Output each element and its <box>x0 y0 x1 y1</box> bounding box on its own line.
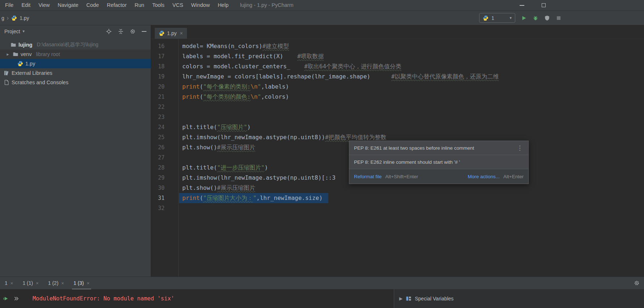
folder-icon <box>10 42 16 48</box>
menu-file[interactable]: File <box>1 0 17 10</box>
settings-gear-icon[interactable] <box>634 280 640 286</box>
code-line-18[interactable]: colors = model.cluster_centers_ #取出64个聚类… <box>179 61 644 72</box>
breadcrumb: g › 1.py <box>0 15 29 21</box>
line-number[interactable]: 31 <box>151 193 178 203</box>
line-number[interactable]: 19 <box>151 72 178 82</box>
code-token: plt.show() <box>182 184 217 191</box>
code-token: " <box>257 93 261 100</box>
breadcrumb-project[interactable]: g <box>1 15 4 21</box>
code-token: plt.imshow(lhr_newImage.astype(np.uint8)… <box>182 174 336 181</box>
close-icon[interactable]: × <box>61 281 64 286</box>
code-token: "压缩图片大小为： <box>203 194 253 201</box>
code-line-19[interactable]: lhr_newImage = colors[labels].reshape(lh… <box>179 72 644 82</box>
run-tab-1(3)[interactable]: 1 (3)× <box>69 277 94 290</box>
code-text: colors = model.cluster_centers_ #取出64个聚类… <box>179 61 401 72</box>
run-tab-1(2)[interactable]: 1 (2)× <box>43 277 69 290</box>
line-number[interactable]: 32 <box>151 203 178 213</box>
menu-edit[interactable]: Edit <box>17 0 34 10</box>
run-with-coverage-button[interactable] <box>544 15 550 21</box>
close-icon[interactable]: × <box>87 281 90 286</box>
project-toolbar <box>106 29 146 34</box>
locate-file-button[interactable] <box>106 29 112 34</box>
line-number[interactable]: 23 <box>151 112 178 122</box>
reformat-file-link[interactable]: Reformat file <box>354 174 382 179</box>
code-line-21[interactable]: print("每个类别的颜色:\n",colors) <box>179 92 644 102</box>
line-number[interactable]: 24 <box>151 122 178 132</box>
project-item-1.py[interactable]: 1.py <box>0 59 151 68</box>
close-icon[interactable]: × <box>36 281 39 286</box>
variables-panel-title[interactable]: Special Variables <box>415 296 453 301</box>
menu-run[interactable]: Run <box>131 0 148 10</box>
code-token: ) <box>265 164 268 171</box>
project-item-venv[interactable]: ▸venvlibrary root <box>0 50 151 59</box>
run-button[interactable] <box>521 15 527 21</box>
kebab-menu-icon[interactable]: ⋮ <box>516 144 524 152</box>
menu-view[interactable]: View <box>34 0 54 10</box>
line-number[interactable]: 16 <box>151 41 178 51</box>
stop-button[interactable] <box>556 15 562 21</box>
line-number[interactable]: 20 <box>151 82 178 92</box>
run-tab-label: 1 <box>5 280 8 286</box>
maximize-button[interactable] <box>542 3 546 7</box>
run-config-select[interactable]: 1 ▾ <box>479 13 515 23</box>
menu-window[interactable]: Window <box>187 0 214 10</box>
menu-vcs[interactable]: VCS <box>169 0 187 10</box>
code-token: labels = model.fit_predict(X) <box>182 53 297 60</box>
code-line-24[interactable]: plt.title("压缩图片") <box>179 122 644 132</box>
code-line-20[interactable]: print("每个像素的类别:\n",labels) <box>179 82 644 92</box>
menu-code[interactable]: Code <box>82 0 103 10</box>
expand-arrow-icon[interactable]: ▶ <box>399 296 402 301</box>
breadcrumb-file[interactable]: 1.py <box>20 15 29 21</box>
collapse-all-button[interactable] <box>118 29 124 34</box>
minimize-button[interactable] <box>520 5 524 6</box>
code-token: " <box>253 194 256 201</box>
main-area: Project ▾ lujingD:\dasanxia\机器学习\lujing▸… <box>0 25 644 277</box>
menu-navigate[interactable]: Navigate <box>54 0 82 10</box>
close-icon[interactable]: × <box>180 30 183 36</box>
line-number[interactable]: 21 <box>151 92 178 102</box>
run-tab-1(1)[interactable]: 1 (1)× <box>18 277 43 290</box>
settings-gear-icon[interactable] <box>130 29 136 34</box>
hide-panel-button[interactable] <box>142 31 146 32</box>
line-number[interactable]: 17 <box>151 51 178 61</box>
editor-tab-1py[interactable]: 1.py × <box>155 28 187 39</box>
more-actions-link[interactable]: More actions... <box>468 174 500 179</box>
line-number[interactable]: 22 <box>151 102 178 112</box>
inspection-message: PEP 8: E262 inline comment should start … <box>354 159 524 165</box>
rerun-button[interactable] <box>3 296 9 301</box>
code-line-30[interactable]: plt.show()#展示压缩图片 <box>179 183 644 193</box>
line-number[interactable]: 25 <box>151 132 178 142</box>
inspection-popup-footer: Reformat file Alt+Shift+Enter More actio… <box>349 169 528 184</box>
code-line-23[interactable] <box>179 112 644 122</box>
run-widget: 1 ▾ <box>479 13 562 23</box>
project-panel-title[interactable]: Project <box>4 29 20 34</box>
line-number[interactable]: 26 <box>151 142 178 153</box>
code-line-31[interactable]: print("压缩图片大小为：",lhr_newImage.size) <box>179 193 644 203</box>
code-line-32[interactable] <box>179 203 644 213</box>
project-item-scratches-and-consoles[interactable]: Scratches and Consoles <box>0 78 151 87</box>
code-line-22[interactable] <box>179 102 644 112</box>
line-number[interactable]: 28 <box>151 163 178 173</box>
debug-button[interactable] <box>533 15 538 21</box>
menu-help[interactable]: Help <box>214 0 233 10</box>
chevron-right-icon[interactable]: ▸ <box>5 52 10 57</box>
code-line-16[interactable]: model= KMeans(n_colors)#建立模型 <box>179 41 644 51</box>
menu-tools[interactable]: Tools <box>148 0 169 10</box>
code-text: model= KMeans(n_colors)#建立模型 <box>179 41 289 51</box>
line-number[interactable]: 18 <box>151 61 178 72</box>
code-token: #喂取数据 <box>297 53 324 60</box>
project-item-external-libraries[interactable]: External Libraries <box>0 68 151 78</box>
menu-refactor[interactable]: Refactor <box>103 0 131 10</box>
close-icon[interactable]: × <box>10 281 13 286</box>
project-item-lujing[interactable]: lujingD:\dasanxia\机器学习\lujing <box>0 40 151 50</box>
line-number[interactable]: 29 <box>151 173 178 183</box>
code-line-17[interactable]: labels = model.fit_predict(X) #喂取数据 <box>179 51 644 61</box>
scroll-to-end-button[interactable] <box>13 296 19 301</box>
line-number[interactable]: 27 <box>151 153 178 163</box>
line-number[interactable]: 30 <box>151 183 178 193</box>
code-token: #把颜色平均值转为整数 <box>325 134 387 141</box>
code-token: #展示压缩图片 <box>217 184 255 191</box>
run-tab-1[interactable]: 1× <box>0 277 18 290</box>
code-token: "进一步压缩图片" <box>217 164 264 171</box>
chevron-down-icon[interactable]: ▾ <box>23 29 25 33</box>
